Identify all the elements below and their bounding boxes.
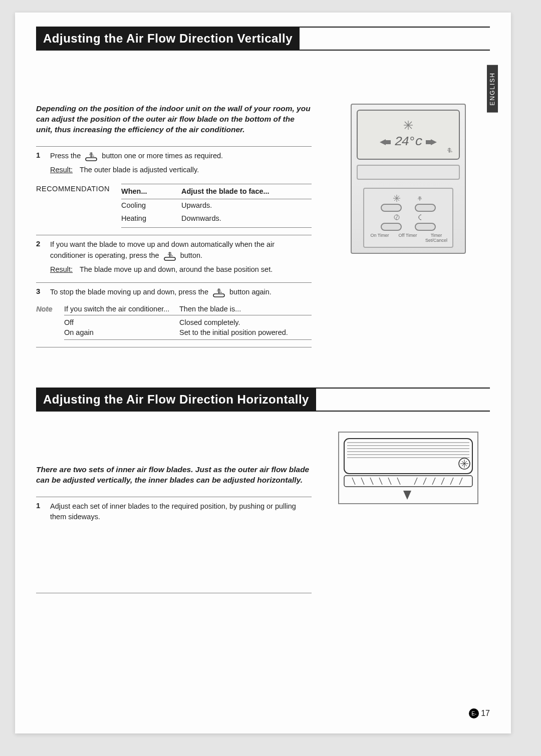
- svg-line-33: [432, 478, 435, 485]
- svg-rect-1: [164, 257, 175, 260]
- remote-temp: 24°c: [395, 134, 422, 149]
- btn-label-0: On Timer: [369, 233, 390, 243]
- note-head-then: Then the blade is...: [179, 305, 312, 313]
- remote-btn: [381, 204, 402, 212]
- arrow-left-icon: [380, 134, 391, 149]
- svg-rect-2: [213, 294, 224, 297]
- remote-btn: [381, 223, 402, 231]
- remote-illustration: 24°c: [351, 104, 466, 254]
- language-tab: ENGLISH: [487, 65, 498, 113]
- swing-icon: [84, 151, 99, 162]
- section1-title-row: Adjusting the Air Flow Direction Vertica…: [36, 27, 490, 51]
- section2-intro: There are two sets of inner air flow bla…: [36, 465, 312, 486]
- btn-label-2: Timer Set/Cancel: [425, 233, 447, 243]
- svg-line-36: [459, 478, 462, 485]
- rec-head-when: When...: [121, 186, 181, 197]
- recommendation-label: RECOMMENDATION: [36, 184, 121, 228]
- table-row: Cooling Upwards.: [121, 199, 312, 212]
- svg-line-34: [441, 478, 444, 485]
- arrow-right-icon: [426, 134, 437, 149]
- page-num-value: 17: [481, 709, 490, 718]
- svg-line-29: [388, 478, 391, 485]
- note-table: If you switch the air conditioner... The…: [64, 305, 312, 340]
- svg-rect-0: [86, 158, 97, 161]
- svg-line-31: [414, 478, 417, 485]
- section2-title: Adjusting the Air Flow Direction Horizon…: [36, 389, 316, 411]
- step-1: 1 Press the button one or more times as …: [36, 146, 312, 235]
- table-row: Heating Downwards.: [121, 212, 312, 225]
- svg-rect-12: [344, 439, 472, 474]
- s2-step-1-num: 1: [36, 501, 43, 510]
- step-1-result-text: The outer blade is adjusted vertically.: [80, 166, 199, 174]
- step-3-num: 3: [36, 287, 43, 295]
- remote-lcd: 24°c: [357, 110, 460, 160]
- section2-title-row: Adjusting the Air Flow Direction Horizon…: [36, 388, 490, 412]
- step-3: 3 To stop the blade moving up and down, …: [36, 282, 312, 347]
- rec-when-1: Heating: [121, 213, 181, 224]
- recommendation-table: When... Adjust the blade to face... Cool…: [121, 184, 312, 228]
- moon-icon: [415, 214, 425, 221]
- svg-line-25: [352, 478, 355, 485]
- swing-icon: [162, 250, 177, 261]
- svg-line-28: [379, 478, 382, 485]
- snowflake-icon: [403, 120, 413, 132]
- section1-intro: Depending on the position of the indoor …: [36, 104, 312, 135]
- unit-illustration: [338, 432, 478, 504]
- remote-btn-area-1: [357, 165, 460, 180]
- step-1-text-b: button one or more times as required.: [102, 152, 223, 160]
- svg-line-30: [397, 478, 400, 485]
- remote-btn: [415, 204, 436, 212]
- table-row: Off Closed completely.: [64, 317, 312, 327]
- step-3-text-b: button again.: [229, 288, 272, 296]
- note-label: Note: [36, 305, 58, 340]
- swing-icon: [445, 146, 454, 155]
- table-row: On again Set to the initial position pow…: [64, 327, 312, 337]
- svg-line-27: [370, 478, 373, 485]
- s2-step-1-text: Adjust each set of inner blades to the r…: [50, 502, 296, 521]
- step-2: 2 If you want the blade to move up and d…: [36, 235, 312, 282]
- section1-title: Adjusting the Air Flow Direction Vertica…: [36, 28, 300, 50]
- fan-icon: [392, 214, 402, 221]
- rec-adjust-1: Downwards.: [181, 213, 312, 224]
- note-then-1: Set to the initial position powered.: [179, 328, 312, 336]
- swing-icon: [415, 195, 425, 201]
- swing-icon: [211, 287, 226, 298]
- snowflake-icon: [392, 195, 402, 202]
- svg-line-35: [450, 478, 453, 485]
- step-1-result-label: Result:: [50, 166, 73, 174]
- note-head-if: If you switch the air conditioner...: [64, 305, 179, 313]
- page-prefix: E-: [469, 708, 479, 718]
- step-2-text-b: button.: [180, 251, 202, 259]
- page-number: E- 17: [469, 708, 490, 718]
- note-then-0: Closed completely.: [179, 318, 312, 326]
- btn-label-1: Off Timer: [397, 233, 418, 243]
- rec-head-adjust: Adjust the blade to face...: [181, 186, 312, 197]
- svg-line-32: [423, 478, 426, 485]
- remote-btn-area-2: On Timer Off Timer Timer Set/Cancel: [363, 188, 453, 248]
- rec-adjust-0: Upwards.: [181, 200, 312, 211]
- step-2-result-text: The blade move up and down, around the b…: [80, 265, 273, 273]
- step-2-result-label: Result:: [50, 265, 73, 273]
- step-3-text-a: To stop the blade moving up and down, pr…: [50, 288, 208, 296]
- step-1-num: 1: [36, 151, 43, 159]
- note-if-0: Off: [64, 318, 179, 326]
- svg-rect-24: [344, 476, 472, 487]
- svg-line-26: [361, 478, 364, 485]
- rec-when-0: Cooling: [121, 200, 181, 211]
- step-2-num: 2: [36, 239, 43, 248]
- note-if-1: On again: [64, 328, 179, 336]
- step-1-text-a: Press the: [50, 152, 81, 160]
- remote-btn: [415, 223, 436, 231]
- section2-step-1: 1 Adjust each set of inner blades to the…: [36, 497, 312, 594]
